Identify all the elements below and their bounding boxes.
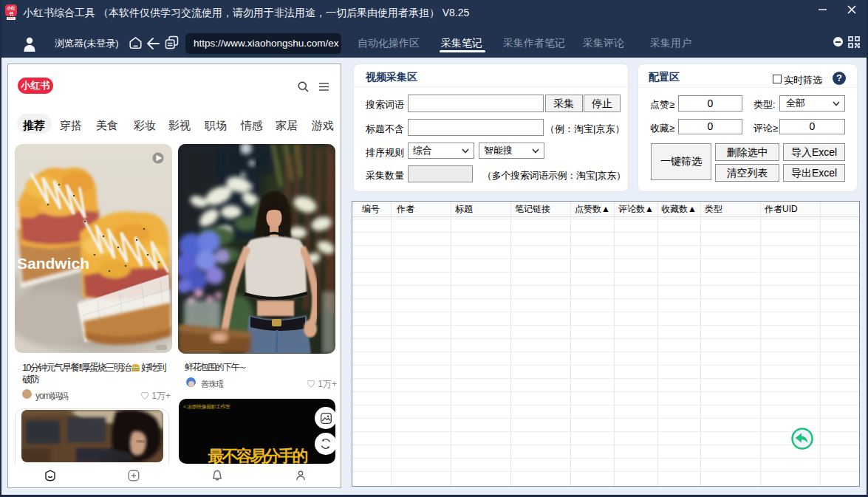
svg-text:Sandwich: Sandwich (17, 255, 89, 272)
